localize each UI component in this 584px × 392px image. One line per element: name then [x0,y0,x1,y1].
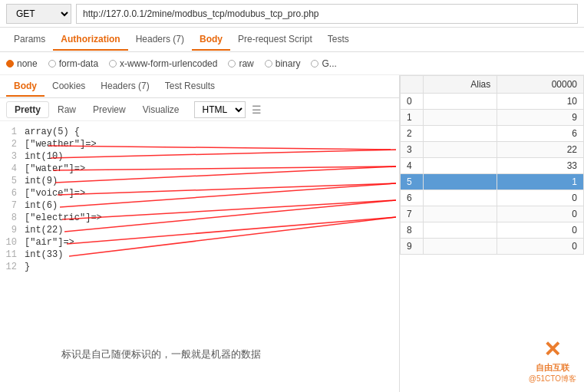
code-line: 7int(6) [0,199,399,212]
code-line: 3int(10) [0,150,399,163]
code-line: 9int(22) [0,224,399,236]
main-content: Body Cookies Headers (7) Test Results Pr… [0,75,584,392]
table-row[interactable]: 322 [401,142,584,158]
line-code: ["electric"]=> [25,212,102,223]
radio-raw[interactable]: raw [228,58,253,69]
line-number: 2 [0,139,25,150]
resp-tab-body[interactable]: Body [6,77,45,97]
resp-tab-headers[interactable]: Headers (7) [93,77,157,97]
code-tab-visualize[interactable]: Visualize [134,101,188,118]
line-number: 5 [0,176,25,186]
watermark-x: ✕ [529,337,576,362]
table-row[interactable]: 26 [401,126,584,142]
url-input[interactable] [76,4,578,24]
line-code: ["water"]=> [25,163,85,174]
row-value: 22 [497,142,584,158]
radio-dot-form-data [48,60,56,68]
radio-none[interactable]: none [6,58,38,69]
line-code: int(10) [25,151,63,162]
code-line: 2["weather"]=> [0,138,399,150]
table-row[interactable]: 010 [401,94,584,110]
code-tab-pretty[interactable]: Pretty [6,101,49,118]
row-alias [424,222,497,239]
line-code: ["voice"]=> [25,188,85,199]
tab-tests[interactable]: Tests [320,29,357,51]
resp-tab-test-results[interactable]: Test Results [157,77,223,97]
radio-dot-none [6,60,14,68]
table-row[interactable]: 70 [401,206,584,222]
row-value: 6 [497,126,584,142]
row-index: 0 [401,94,424,110]
line-number: 1 [0,127,25,137]
radio-binary[interactable]: binary [265,58,301,69]
row-value: 0 [497,190,584,206]
code-line: 5int(9) [0,175,399,187]
radio-form-data-label: form-data [59,58,98,69]
radio-g[interactable]: G... [311,58,336,69]
code-line: 11int(33) [0,249,399,261]
line-code: int(33) [25,249,63,260]
row-index: 8 [401,222,424,239]
table-row[interactable]: 90 [401,239,584,255]
row-value: 0 [497,239,584,255]
row-index: 2 [401,126,424,142]
radio-dot-raw [228,60,236,68]
format-icon[interactable]: ☰ [252,104,262,116]
annotation-text: 标识是自己随便标识的，一般就是机器的数据 [61,348,261,361]
radio-dot-binary [265,60,272,68]
row-alias [424,126,497,142]
line-number: 4 [0,163,25,174]
line-code: array(5) { [25,127,80,137]
tab-params[interactable]: Params [6,29,53,51]
body-type-row: none form-data x-www-form-urlencoded raw… [0,52,584,75]
row-value: 10 [497,94,584,110]
resp-tab-cookies[interactable]: Cookies [45,77,93,97]
code-tab-raw[interactable]: Raw [49,101,84,118]
row-index: 6 [401,190,424,206]
html-format-select[interactable]: HTML [194,101,246,118]
radio-urlencoded-label: x-www-form-urlencoded [120,58,217,69]
tab-authorization[interactable]: Authorization [53,29,127,51]
row-index: 3 [401,142,424,158]
row-alias [424,94,497,110]
line-number: 7 [0,200,25,211]
row-alias [424,142,497,158]
tab-body[interactable]: Body [192,29,230,51]
radio-urlencoded[interactable]: x-www-form-urlencoded [109,58,217,69]
radio-binary-label: binary [276,58,301,69]
tab-pre-request[interactable]: Pre-request Script [230,29,320,51]
row-index: 1 [401,110,424,126]
line-number: 3 [0,151,25,162]
code-line: 10["air"]=> [0,236,399,249]
table-row[interactable]: 80 [401,222,584,239]
line-number: 9 [0,225,25,236]
code-line: 4["water"]=> [0,163,399,175]
tab-headers[interactable]: Headers (7) [128,29,192,51]
code-tabs: Pretty Raw Preview Visualize HTML ☰ [0,98,399,121]
row-alias [424,190,497,206]
table-header-value: 00000 [497,76,584,94]
row-value: 9 [497,110,584,126]
line-code: ["air"]=> [25,237,74,248]
left-panel: Body Cookies Headers (7) Test Results Pr… [0,75,400,392]
row-alias [424,158,497,174]
table-row[interactable]: 433 [401,158,584,174]
radio-form-data[interactable]: form-data [48,58,98,69]
table-row[interactable]: 51 [401,174,584,190]
method-select[interactable]: GETPOSTPUTDELETEPATCH [6,4,71,24]
code-area[interactable]: 1array(5) {2["weather"]=>3int(10)4["wate… [0,121,399,278]
top-bar: GETPOSTPUTDELETEPATCH [0,0,584,28]
watermark-sub: @51CTO博客 [529,374,576,384]
radio-none-label: none [17,58,38,69]
row-value: 33 [497,158,584,174]
table-row[interactable]: 60 [401,190,584,206]
line-code: } [25,262,30,272]
radio-g-label: G... [322,58,336,69]
radio-dot-g [311,60,318,68]
table-header-index [401,76,424,94]
code-tab-preview[interactable]: Preview [84,101,134,118]
table-row[interactable]: 19 [401,110,584,126]
response-tabs: Body Cookies Headers (7) Test Results [0,75,399,98]
line-code: int(6) [25,200,58,211]
line-code: int(22) [25,225,63,236]
